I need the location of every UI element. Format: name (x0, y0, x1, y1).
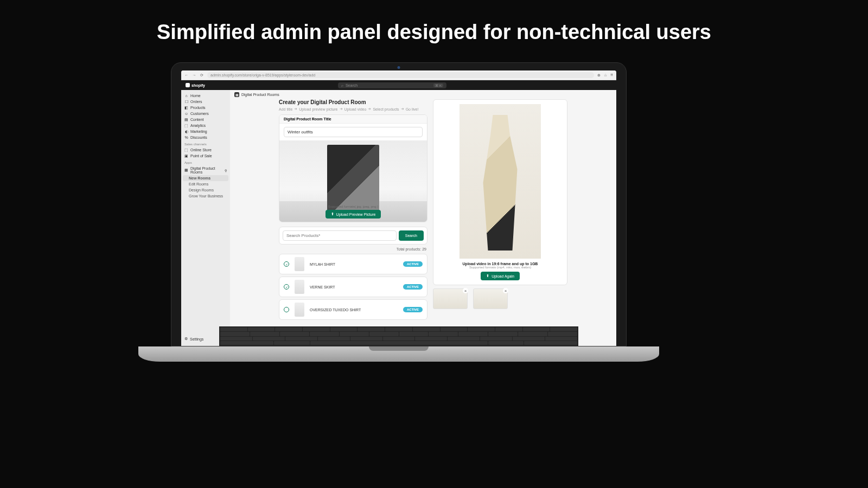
upload-icon: ⬆ (486, 274, 489, 278)
checkbox[interactable] (284, 307, 289, 312)
forward-button[interactable]: → (192, 73, 196, 77)
upload-preview-button[interactable]: ⬆ Upload Preview Picture (326, 210, 381, 219)
sidebar-channel-online-store[interactable]: ⬚Online Store (181, 147, 230, 153)
video-upload-card: Upload video in 19:6 frame and up to 1GB… (433, 99, 567, 285)
url-bar[interactable]: admin.shopify.com/store/origa-v-8519/app… (207, 72, 594, 78)
sidebar-item-label: Orders (190, 100, 202, 104)
sidebar-item-content[interactable]: ▤Content (181, 117, 230, 123)
step-label: Select products (373, 107, 399, 111)
sidebar-item-discounts[interactable]: %Discounts (181, 134, 230, 140)
nav-icon: ◐ (184, 130, 188, 133)
checkbox[interactable]: ✓ (284, 261, 289, 267)
app-badge-icon: ▦ (234, 92, 239, 97)
camera-icon (398, 66, 400, 69)
shopify-logo[interactable]: shopify (186, 83, 205, 87)
sidebar-section-channels: Sales channels (181, 140, 230, 147)
close-icon[interactable]: × (503, 288, 508, 293)
channel-icon: ⬚ (184, 148, 188, 152)
selected-thumb[interactable]: × (433, 288, 468, 309)
title-field-label: Digital Product Room Title (279, 115, 427, 124)
product-row[interactable]: OVERSIZED TUXEDO SHIRTACTIVE (279, 299, 427, 320)
arrow-icon: ➜ (294, 107, 297, 111)
sidebar-sub-design-rooms[interactable]: Design Rooms (181, 187, 230, 193)
star-icon[interactable]: ☆ (604, 73, 607, 78)
pin-icon[interactable]: ⚲ (225, 169, 227, 172)
video-preview (459, 104, 541, 259)
preview-image (327, 145, 379, 214)
app-icon: ▦ (184, 169, 188, 172)
main-content: ▦ Digital Product Rooms Create your Digi… (230, 90, 616, 346)
close-icon[interactable]: × (463, 288, 468, 293)
model-image (476, 115, 525, 251)
sidebar-item-products[interactable]: ◧Products (181, 105, 230, 111)
status-badge: ACTIVE (403, 284, 423, 290)
browser-toolbar: ← → ⟳ admin.shopify.com/store/origa-v-85… (181, 70, 616, 80)
product-name: VERNE SKIRT (310, 285, 398, 289)
breadcrumb: ▦ Digital Product Rooms (230, 90, 616, 99)
product-name: MYLAH SHIRT (310, 262, 398, 266)
page-title: Create your Digital Product Room (279, 99, 427, 105)
room-title-input[interactable] (284, 127, 423, 137)
sidebar-sub-edit-rooms[interactable]: Edit Rooms (181, 181, 230, 187)
sidebar-item-label: Content (190, 118, 204, 121)
product-thumb (295, 280, 304, 294)
sidebar-item-analytics[interactable]: ⬚Analytics (181, 123, 230, 129)
url-text: admin.shopify.com/store/origa-v-8519/app… (210, 73, 315, 77)
extensions-icon[interactable]: ⠿ (610, 73, 613, 78)
product-thumb (295, 303, 304, 317)
sidebar-item-home[interactable]: ⌂Home (181, 93, 230, 99)
title-card: Digital Product Room Title Supported for… (279, 114, 427, 222)
btn-label: Upload Again (492, 274, 514, 278)
arrow-icon: ➜ (340, 107, 343, 111)
gear-icon: ⚙ (184, 337, 188, 341)
sidebar-sub-new-rooms[interactable]: New Rooms (183, 175, 228, 181)
nav-icon: ☐ (184, 100, 188, 104)
zoom-icon[interactable]: ⊕ (597, 73, 601, 78)
sidebar-item-customers[interactable]: ☺Customers (181, 111, 230, 117)
btn-label: Upload Preview Picture (336, 213, 376, 216)
nav-icon: ☺ (184, 112, 188, 115)
sidebar-item-label: Online Store (190, 148, 212, 152)
back-button[interactable]: ← (184, 73, 189, 77)
product-thumb (295, 257, 304, 271)
video-formats: Supported formats (mp4, mkv, mov, webm) (469, 266, 531, 269)
step-label: Upload preview picture (299, 107, 337, 111)
product-search-row: Search (279, 227, 427, 245)
status-badge: ACTIVE (403, 261, 423, 267)
sidebar-item-label: Products (190, 106, 206, 110)
sidebar-item-label: Marketing (190, 130, 207, 133)
product-search-input[interactable] (283, 230, 397, 241)
laptop-base (138, 346, 659, 362)
search-placeholder: Search (346, 84, 358, 87)
product-row[interactable]: ✓MYLAH SHIRTACTIVE (279, 254, 427, 274)
search-button[interactable]: Search (399, 230, 424, 241)
breadcrumb-text: Digital Product Rooms (241, 93, 279, 97)
product-row[interactable]: ✓VERNE SKIRTACTIVE (279, 277, 427, 297)
selected-thumb[interactable]: × (473, 288, 508, 309)
sidebar-item-label: Point of Sale (190, 154, 212, 158)
kbd-shortcut: ⌘ K (433, 84, 443, 87)
sidebar-app-dpr[interactable]: ▦ Digital Product Rooms ⚲ (181, 165, 230, 175)
reload-button[interactable]: ⟳ (200, 73, 204, 78)
sidebar-sub-grow-your-business[interactable]: Grow Your Business (181, 193, 230, 199)
sidebar-item-marketing[interactable]: ◐Marketing (181, 129, 230, 134)
search-icon: ⌕ (341, 84, 343, 87)
product-name: OVERSIZED TUXEDO SHIRT (310, 308, 398, 312)
sidebar-channel-point-of-sale[interactable]: ▣Point of Sale (181, 153, 230, 159)
status-badge: ACTIVE (403, 307, 423, 312)
sidebar-item-label: Digital Product Rooms (190, 166, 222, 174)
steps-hint: Add title➜Upload preview picture➜Upload … (279, 107, 427, 111)
checkbox[interactable]: ✓ (284, 284, 289, 290)
arrow-icon: ➜ (401, 107, 404, 111)
nav-icon: ⬚ (184, 124, 188, 127)
step-label: Add title (279, 107, 292, 111)
sidebar-section-apps: Apps (181, 159, 230, 165)
arrow-icon: ➜ (368, 107, 371, 111)
sidebar-item-orders[interactable]: ☐Orders (181, 99, 230, 105)
selected-products-row: × × (433, 288, 567, 309)
nav-icon: ⌂ (184, 94, 188, 98)
upload-icon: ⬆ (331, 212, 334, 216)
video-note: Upload video in 19:6 frame and up to 1GB (463, 262, 538, 266)
upload-again-button[interactable]: ⬆ Upload Again (481, 272, 520, 280)
global-search[interactable]: ⌕ Search ⌘ K (338, 82, 446, 88)
